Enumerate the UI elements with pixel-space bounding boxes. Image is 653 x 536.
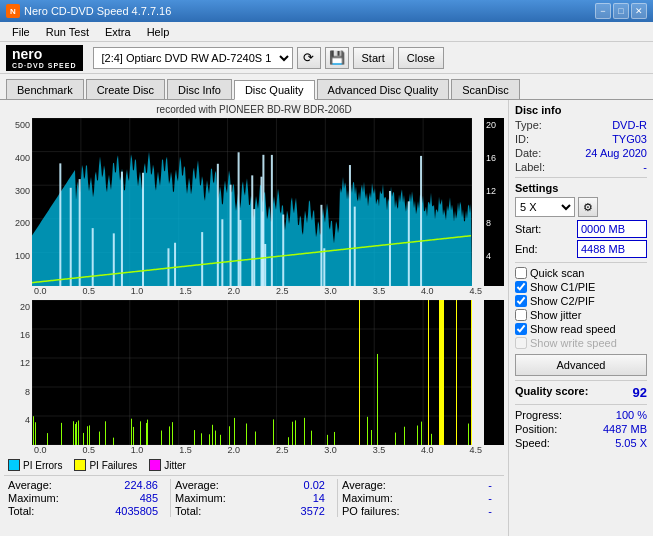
- tab-bar: Benchmark Create Disc Disc Info Disc Qua…: [0, 74, 653, 100]
- chart-legend: PI Errors PI Failures Jitter: [4, 457, 504, 473]
- stats-bar: Average: 224.86 Maximum: 485 Total: 4035…: [4, 475, 504, 520]
- tab-disc-info[interactable]: Disc Info: [167, 79, 232, 99]
- show-c2-checkbox[interactable]: [515, 295, 527, 307]
- show-c1-checkbox[interactable]: [515, 281, 527, 293]
- speed-selector[interactable]: 5 X: [515, 197, 575, 217]
- tab-disc-quality[interactable]: Disc Quality: [234, 80, 315, 100]
- disc-date-label: Date:: [515, 147, 541, 159]
- drive-selector[interactable]: [2:4] Optiarc DVD RW AD-7240S 1.04: [93, 47, 293, 69]
- stat-pif-total-label: Total:: [175, 505, 201, 517]
- show-write-speed-row: Show write speed: [515, 337, 647, 349]
- stat-jitter-max-val: -: [488, 492, 492, 504]
- advanced-button[interactable]: Advanced: [515, 354, 647, 376]
- quick-scan-checkbox[interactable]: [515, 267, 527, 279]
- toolbar: nero CD·DVD SPEED [2:4] Optiarc DVD RW A…: [0, 42, 653, 74]
- stat-po-row: PO failures: -: [342, 505, 492, 517]
- menu-run-test[interactable]: Run Test: [38, 25, 97, 39]
- close-window-button[interactable]: ✕: [631, 3, 647, 19]
- disc-id-label: ID:: [515, 133, 529, 145]
- x-labels-top: 0.00.5 1.01.5 2.02.5 3.03.5 4.04.5: [32, 286, 484, 296]
- menu-file[interactable]: File: [4, 25, 38, 39]
- show-read-speed-row: Show read speed: [515, 323, 647, 335]
- show-jitter-checkbox[interactable]: [515, 309, 527, 321]
- y-right-16: 16: [486, 153, 502, 163]
- by-label-8: 8: [6, 387, 30, 397]
- tab-create-disc[interactable]: Create Disc: [86, 79, 165, 99]
- end-mb-input[interactable]: [577, 240, 647, 258]
- divider-2: [515, 262, 647, 263]
- divider-4: [515, 404, 647, 405]
- legend-pi-failures-label: PI Failures: [89, 460, 137, 471]
- tab-scandisc[interactable]: ScanDisc: [451, 79, 519, 99]
- save-icon[interactable]: 💾: [325, 47, 349, 69]
- by-label-20: 20: [6, 302, 30, 312]
- end-mb-label: End:: [515, 243, 538, 255]
- start-mb-label: Start:: [515, 223, 541, 235]
- start-mb-input[interactable]: [577, 220, 647, 238]
- y-right-12: 12: [486, 186, 502, 196]
- disc-date-row: Date: 24 Aug 2020: [515, 147, 647, 159]
- stat-po-val: -: [488, 505, 492, 517]
- show-read-speed-label: Show read speed: [530, 323, 616, 335]
- quality-score-value: 92: [633, 385, 647, 400]
- tab-advanced-disc-quality[interactable]: Advanced Disc Quality: [317, 79, 450, 99]
- y-right-8: 8: [486, 218, 502, 228]
- by-label-4: 4: [6, 415, 30, 425]
- stat-pif-avg-label: Average:: [175, 479, 219, 491]
- divider-3: [515, 380, 647, 381]
- disc-label-label: Label:: [515, 161, 545, 173]
- stat-jitter-max-label: Maximum:: [342, 492, 393, 504]
- y-label-500: 500: [6, 120, 30, 130]
- disc-date-val: 24 Aug 2020: [585, 147, 647, 159]
- divider-1: [515, 177, 647, 178]
- right-panel: Disc info Type: DVD-R ID: TYG03 Date: 24…: [508, 100, 653, 536]
- menu-extra[interactable]: Extra: [97, 25, 139, 39]
- stat-pi-avg-label: Average:: [8, 479, 52, 491]
- position-label: Position:: [515, 423, 557, 435]
- settings-title: Settings: [515, 182, 647, 194]
- quality-score-label: Quality score:: [515, 385, 588, 400]
- disc-type-val: DVD-R: [612, 119, 647, 131]
- stat-pif-avg-row: Average: 0.02: [175, 479, 325, 491]
- stat-jitter-avg-val: -: [488, 479, 492, 491]
- speed-setting-row: 5 X ⚙: [515, 197, 647, 217]
- position-val: 4487 MB: [603, 423, 647, 435]
- settings-icon-button[interactable]: ⚙: [578, 197, 598, 217]
- stat-pi-max-label: Maximum:: [8, 492, 59, 504]
- show-read-speed-checkbox[interactable]: [515, 323, 527, 335]
- stat-po-label: PO failures:: [342, 505, 399, 517]
- bottom-chart-wrapper: 20 16 12 8 4 0.00.5 1.01.5 2.02.5: [4, 300, 504, 455]
- stat-pi-total-label: Total:: [8, 505, 34, 517]
- menu-help[interactable]: Help: [139, 25, 178, 39]
- chart-title: recorded with PIONEER BD-RW BDR-206D: [4, 104, 504, 115]
- stat-pi-max-row: Maximum: 485: [8, 492, 158, 504]
- progress-label: Progress:: [515, 409, 562, 421]
- start-mb-row: Start:: [515, 220, 647, 238]
- top-chart-wrapper: 500 400 300 200 100 20 16 12 8 4: [4, 118, 504, 296]
- close-button[interactable]: Close: [398, 47, 444, 69]
- refresh-icon[interactable]: ⟳: [297, 47, 321, 69]
- show-c2-row: Show C2/PIF: [515, 295, 647, 307]
- legend-jitter-label: Jitter: [164, 460, 186, 471]
- show-c2-label: Show C2/PIF: [530, 295, 595, 307]
- stat-jitter-avg-label: Average:: [342, 479, 386, 491]
- legend-pi-errors: PI Errors: [8, 459, 62, 471]
- maximize-button[interactable]: □: [613, 3, 629, 19]
- y-right-4: 4: [486, 251, 502, 261]
- progress-val: 100 %: [616, 409, 647, 421]
- tab-benchmark[interactable]: Benchmark: [6, 79, 84, 99]
- stat-pi-avg-val: 224.86: [124, 479, 158, 491]
- start-button[interactable]: Start: [353, 47, 394, 69]
- y-label-400: 400: [6, 153, 30, 163]
- stat-jitter-avg-row: Average: -: [342, 479, 492, 491]
- position-row: Position: 4487 MB: [515, 423, 647, 435]
- quick-scan-row: Quick scan: [515, 267, 647, 279]
- speed-label: Speed:: [515, 437, 550, 449]
- stat-pif-max-row: Maximum: 14: [175, 492, 325, 504]
- bottom-chart-canvas: [32, 300, 472, 445]
- app-icon: N: [6, 4, 20, 18]
- minimize-button[interactable]: −: [595, 3, 611, 19]
- stat-pif-total-val: 3572: [301, 505, 325, 517]
- app-title: Nero CD-DVD Speed 4.7.7.16: [24, 5, 171, 17]
- end-mb-row: End:: [515, 240, 647, 258]
